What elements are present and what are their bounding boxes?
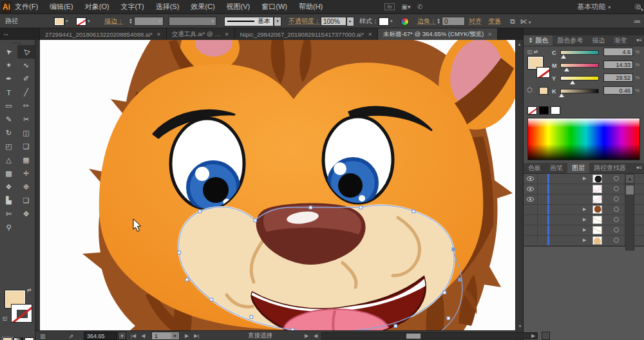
slider-marker[interactable] — [570, 80, 575, 84]
align-link[interactable]: 对齐 — [469, 14, 482, 28]
swap-fill-stroke-icon[interactable]: ⇄ — [27, 287, 32, 293]
k-value-input[interactable]: 0.46 — [603, 86, 633, 95]
rectangle-tool[interactable]: ▭ — [0, 99, 17, 113]
tab-close-icon[interactable]: ✕ — [225, 32, 229, 37]
last-color-swatch[interactable] — [539, 87, 548, 95]
recolor-artwork-icon[interactable] — [401, 17, 409, 26]
target-circle-icon[interactable] — [614, 176, 619, 181]
tools-panel-grip[interactable]: ▪▪▪▪ — [0, 40, 35, 45]
width-tool[interactable]: ◫ — [17, 126, 35, 140]
vertical-scrollbar[interactable]: ▲ ▼ — [515, 40, 523, 330]
layer-thumbnail[interactable] — [592, 175, 602, 183]
transform-link[interactable]: 变换 — [488, 14, 501, 28]
target-circle-icon[interactable] — [614, 238, 619, 243]
brush-definition-dropdown[interactable]: ▾ — [169, 17, 216, 26]
visibility-toggle[interactable] — [524, 184, 538, 194]
stroke-weight-stepper[interactable]: ▲▼ — [129, 18, 133, 24]
slider-marker[interactable] — [559, 93, 564, 97]
menu-item-3[interactable]: 文字(T) — [121, 2, 144, 12]
dock-tab-0[interactable]: 色板 — [524, 163, 545, 173]
pencil-tool[interactable]: ✎ — [0, 113, 17, 126]
none-swatch[interactable] — [527, 106, 537, 115]
status-export-icon[interactable]: ⇗ — [69, 333, 74, 339]
eyedropper-tool[interactable]: ✛ — [17, 167, 35, 180]
m-slider[interactable] — [560, 63, 599, 68]
search-input[interactable] — [634, 3, 641, 11]
c-slider[interactable] — [560, 50, 599, 55]
document-tab-1[interactable]: 交通工具.ai* @ …✕ — [167, 28, 235, 40]
target-circle-icon[interactable] — [614, 196, 619, 202]
hand-tool[interactable]: ✥ — [17, 207, 35, 221]
perspective-grid-tool[interactable]: △ — [0, 153, 17, 167]
menu-item-6[interactable]: 视图(V) — [227, 2, 251, 12]
layers-scroll-thumb[interactable] — [626, 185, 634, 194]
corner-link[interactable]: 边角： — [417, 14, 437, 28]
blend-tool[interactable]: ❖ — [0, 180, 17, 194]
expand-arrow-icon[interactable]: ▶ — [583, 176, 586, 181]
menu-item-8[interactable]: 帮助(H) — [299, 2, 323, 12]
toolbar-grip[interactable]: ▪▪ — [0, 28, 40, 40]
expand-arrow-icon[interactable]: ▶ — [583, 227, 586, 232]
document-tab-0[interactable]: 27299441_20180613220208854088.ai*✕ — [40, 28, 167, 40]
color-panel-tab-2[interactable]: 描边 — [587, 35, 609, 46]
stroke-color-well[interactable] — [11, 304, 32, 323]
corner-stepper[interactable]: ▲▼ — [437, 18, 440, 24]
zoom-dropdown[interactable]: ▾ — [118, 332, 126, 340]
panel-options-icon[interactable]: ≔ — [634, 17, 641, 26]
layers-scrollbar[interactable]: ▲ — [625, 174, 634, 250]
menu-item-2[interactable]: 对象(O) — [85, 2, 109, 12]
horizontal-scrollbar[interactable] — [321, 332, 538, 339]
black-swatch[interactable] — [539, 106, 549, 115]
stroke-weight-value[interactable]: ▾ — [134, 17, 164, 26]
direct-selection-tool[interactable]: ▷ — [17, 45, 35, 59]
none-mode-button[interactable] — [24, 337, 34, 340]
layer-thumbnail[interactable] — [592, 185, 602, 193]
stroke-panel-link[interactable]: 描边： — [104, 14, 124, 28]
panel-menu-icon[interactable]: ▾≡ — [636, 37, 642, 43]
hscroll-left-arrow[interactable]: ◀ — [314, 333, 317, 339]
white-swatch[interactable] — [551, 106, 560, 115]
pen-tool[interactable]: ✒ — [0, 72, 17, 86]
style-swatch[interactable] — [379, 17, 389, 26]
layer-thumbnail[interactable] — [592, 226, 602, 234]
artboard-number-input[interactable]: 1 ▾ — [151, 332, 180, 340]
scroll-up-arrow[interactable]: ▲ — [516, 42, 523, 46]
dock-tab-2[interactable]: 图层 — [567, 163, 589, 173]
free-transform-tool[interactable]: ◰ — [0, 140, 17, 153]
document-tab-3[interactable]: 未标题-67* @ 364.65% (CMYK/预览)✕ — [378, 28, 498, 40]
artboard-canvas[interactable] — [40, 40, 515, 330]
k-slider[interactable] — [560, 89, 599, 93]
isolate-selected-icon[interactable]: ⧉ — [510, 17, 515, 26]
target-circle-icon[interactable] — [614, 186, 619, 191]
target-circle-icon[interactable] — [614, 217, 619, 222]
corner-value[interactable]: 0 — [442, 17, 465, 26]
layers-scroll-up[interactable]: ▲ — [626, 175, 634, 183]
menu-item-7[interactable]: 窗口(W) — [261, 2, 287, 12]
visibility-toggle[interactable] — [524, 174, 538, 184]
slider-marker[interactable] — [561, 55, 566, 59]
next-artboard-button[interactable]: ▶ — [185, 333, 189, 339]
first-artboard-button[interactable]: |◀ — [131, 333, 136, 339]
slider-marker[interactable] — [564, 68, 569, 71]
magic-wand-tool[interactable]: ✶ — [0, 59, 17, 72]
share-icon[interactable]: ✆ — [417, 3, 422, 10]
layer-thumbnail[interactable] — [592, 216, 602, 224]
menu-item-5[interactable]: 效果(C) — [191, 2, 214, 12]
color-panel-tab-3[interactable]: 渐变 — [609, 35, 631, 46]
visibility-toggle[interactable] — [524, 225, 538, 235]
target-circle-icon[interactable] — [614, 227, 619, 232]
color-spectrum[interactable] — [524, 117, 644, 163]
target-circle-icon[interactable] — [614, 207, 619, 212]
column-graph-tool[interactable]: ▙ — [0, 194, 17, 207]
paintbrush-tool[interactable]: ✏ — [17, 99, 35, 113]
stroke-style-dropdown[interactable]: 基本 — [224, 17, 274, 26]
rotate-tool[interactable]: ↻ — [0, 126, 17, 140]
prev-artboard-button[interactable]: ◀ — [141, 333, 145, 339]
gradient-tool[interactable]: ▩ — [0, 167, 17, 180]
status-grid-icon[interactable]: ▥ — [40, 333, 46, 339]
select-similar-icon[interactable]: ⋉▾ — [520, 17, 531, 26]
expand-arrow-icon[interactable]: ▶ — [583, 217, 586, 222]
lasso-tool[interactable]: ∿ — [17, 59, 35, 72]
bridge-icon[interactable]: Br — [384, 3, 395, 10]
opacity-value[interactable]: 100% — [321, 17, 346, 26]
